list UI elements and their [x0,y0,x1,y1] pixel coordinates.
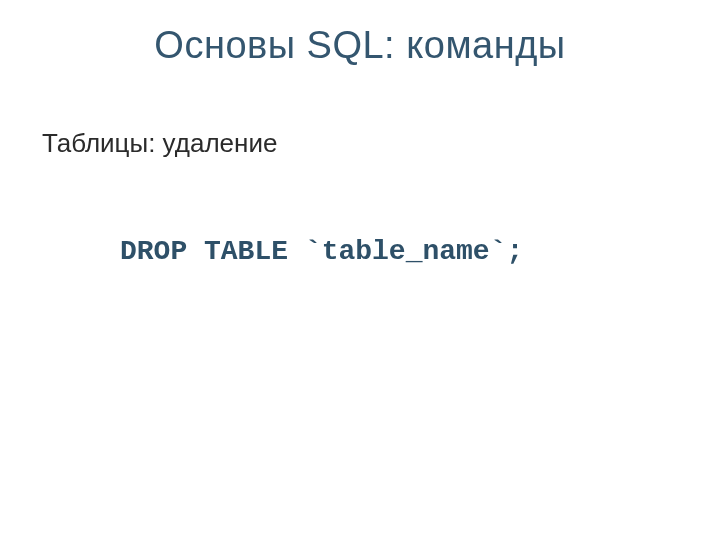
page-title: Основы SQL: команды [0,24,720,67]
slide: Основы SQL: команды Таблицы: удаление DR… [0,0,720,540]
section-subheading: Таблицы: удаление [42,128,277,159]
sql-code: DROP TABLE `table_name`; [120,236,523,267]
